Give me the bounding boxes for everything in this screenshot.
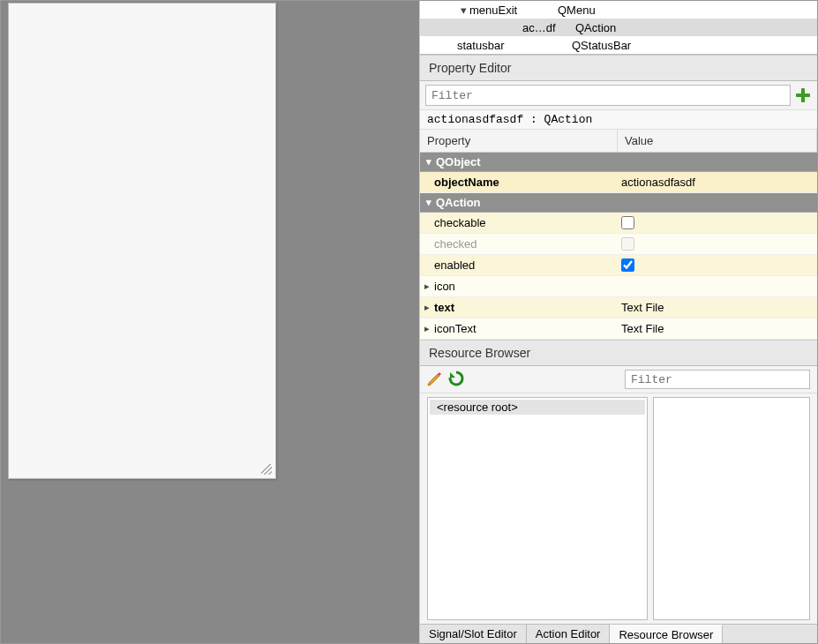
resource-preview	[653, 397, 810, 620]
property-row-icontext[interactable]: ▸ iconText Text File	[420, 318, 817, 340]
icontext-value[interactable]: Text File	[618, 322, 817, 335]
property-table[interactable]: ▾ QObject objectName actionasdfasdf ▾ QA…	[420, 153, 817, 340]
property-group-qobject[interactable]: ▾ QObject	[420, 153, 817, 172]
chevron-down-icon: ▾	[422, 197, 436, 208]
property-filter-row	[420, 81, 817, 109]
object-tree-row-menuexit[interactable]: ▾ menuExit QMenu	[420, 1, 817, 19]
object-tree-row-action[interactable]: ac…df QAction	[420, 19, 817, 36]
property-table-header: Property Value	[420, 130, 817, 153]
chevron-down-icon: ▾	[422, 156, 436, 168]
bottom-tab-bar: Signal/Slot Editor Action Editor Resourc…	[420, 624, 817, 643]
checked-checkbox	[621, 237, 634, 251]
property-filter-input[interactable]	[425, 85, 791, 106]
text-value[interactable]: Text File	[618, 301, 817, 314]
property-row-objectname[interactable]: objectName actionasdfasdf	[420, 172, 817, 193]
property-row-checkable[interactable]: checkable	[420, 213, 817, 234]
chevron-right-icon[interactable]: ▸	[420, 281, 434, 292]
resize-grip-icon[interactable]	[261, 464, 272, 475]
object-tree[interactable]: ▾ menuExit QMenu ac…df QAction statusbar…	[420, 1, 817, 55]
property-editor-header: Property Editor	[420, 55, 817, 81]
form-canvas[interactable]	[8, 3, 276, 479]
tab-resource-browser[interactable]: Resource Browser	[610, 625, 723, 643]
resource-toolbar	[420, 366, 817, 393]
tab-action-editor[interactable]: Action Editor	[527, 625, 611, 643]
refresh-icon[interactable]	[448, 371, 464, 389]
value-col-header[interactable]: Value	[618, 130, 817, 152]
property-row-checked[interactable]: checked	[420, 234, 817, 255]
object-class-label: actionasdfasdf : QAction	[420, 109, 817, 130]
enabled-checkbox[interactable]	[621, 258, 634, 272]
plus-icon[interactable]	[794, 86, 812, 104]
resource-tree[interactable]: <resource root>	[427, 397, 648, 620]
svg-rect-1	[796, 94, 810, 97]
property-col-header[interactable]: Property	[420, 130, 618, 152]
resource-browser-header: Resource Browser	[420, 340, 817, 366]
checkable-checkbox[interactable]	[621, 216, 634, 229]
property-row-icon[interactable]: ▸ icon	[420, 276, 817, 297]
resource-content: <resource root>	[420, 393, 817, 624]
pencil-icon[interactable]	[427, 371, 443, 389]
property-row-text[interactable]: ▸ text Text File	[420, 297, 817, 318]
chevron-down-icon: ▾	[457, 4, 469, 17]
resource-root-node[interactable]: <resource root>	[430, 400, 645, 415]
tab-signal-slot[interactable]: Signal/Slot Editor	[420, 625, 527, 643]
property-row-enabled[interactable]: enabled	[420, 255, 817, 276]
object-tree-row-statusbar[interactable]: statusbar QStatusBar	[420, 36, 817, 54]
inspector-panel: ▾ menuExit QMenu ac…df QAction statusbar…	[419, 1, 817, 643]
property-group-qaction[interactable]: ▾ QAction	[420, 193, 817, 213]
objectname-value[interactable]: actionasdfasdf	[618, 176, 817, 189]
chevron-right-icon[interactable]: ▸	[420, 302, 434, 313]
chevron-right-icon[interactable]: ▸	[420, 323, 434, 334]
resource-filter-input[interactable]	[625, 370, 810, 389]
design-area	[1, 1, 419, 643]
